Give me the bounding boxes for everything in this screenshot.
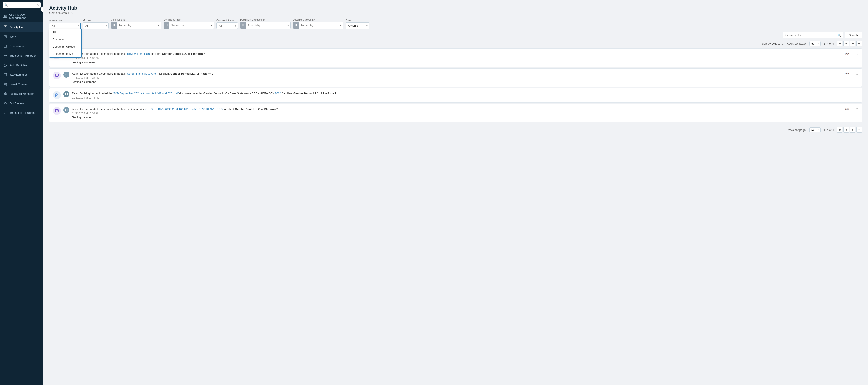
module-filter: Module All (83, 19, 109, 29)
activity-comment: Testing a comment. (72, 80, 842, 84)
dropdown-option-doc-upload[interactable]: Document Upload (50, 43, 82, 50)
svg-point-22 (6, 103, 6, 103)
sidebar-item-smart-connect[interactable]: Smart Connect (0, 79, 43, 89)
resolve-icon[interactable]: ⊙ (856, 52, 858, 56)
activity-body: Adam Ericson added a comment in the task… (72, 71, 842, 84)
sidebar-item-work[interactable]: Work (0, 32, 43, 41)
svg-point-5 (6, 26, 6, 27)
glasses-icon[interactable]: 👓 (845, 107, 849, 111)
sidebar-search-input[interactable]: Gentler Dental LLC (9, 3, 35, 7)
prev-page-button[interactable]: ◀ (843, 41, 849, 46)
comments-to-dropdown-arrow[interactable]: ▾ (156, 24, 161, 27)
avatar: AE (63, 71, 69, 78)
comment-status-select[interactable]: All (216, 23, 238, 29)
sidebar-item-password-manager[interactable]: Password Manager (0, 89, 43, 98)
resolve-icon[interactable]: ⊙ (856, 107, 858, 111)
doc-uploaded-by-filter: Document Uploaded By U ▾ (240, 19, 291, 29)
search-activity-input[interactable] (783, 32, 843, 38)
first-page-button[interactable]: ⏮ (837, 41, 842, 46)
doc-moved-by-user-badge: U (293, 22, 299, 29)
sidebar-item-transaction-insights[interactable]: Transaction Insights (0, 108, 43, 117)
next-page-button[interactable]: ▶ (850, 41, 856, 46)
svg-point-35 (57, 75, 58, 75)
first-page-button-bottom[interactable]: ⏮ (837, 127, 842, 132)
rows-per-page-select[interactable]: 50 25 100 (809, 41, 821, 46)
comments-to-input[interactable] (117, 23, 156, 28)
prev-page-button-bottom[interactable]: ◀ (843, 127, 849, 132)
minimize-icon[interactable]: — (851, 107, 854, 111)
activity-link[interactable]: XERO US INV-5619599 XERO US INV-5619599 … (145, 108, 223, 111)
activity-item: AE Adam Ericson added a comment in the t… (49, 49, 862, 67)
search-button[interactable]: Search (845, 32, 862, 38)
svg-point-4 (5, 26, 6, 27)
activity-actions: 👓 — ⊙ (845, 71, 858, 76)
dropdown-option-all[interactable]: All (50, 29, 82, 36)
next-page-button-bottom[interactable]: ▶ (850, 127, 856, 132)
glasses-icon[interactable]: 👓 (845, 52, 849, 56)
comment-status-label: Comment Status (216, 19, 238, 22)
last-page-button-bottom[interactable]: ⏭ (856, 127, 862, 132)
activity-body: Adam Ericson added a comment in the tran… (72, 107, 842, 119)
page-info-bottom: 1–4 of 4 (824, 128, 834, 131)
comments-from-filter: Comments From U ▾ (164, 19, 214, 29)
doc-uploaded-by-input[interactable] (246, 23, 286, 28)
last-page-button[interactable]: ⏭ (856, 41, 862, 46)
minimize-icon[interactable]: — (851, 72, 854, 75)
pagination-controls-bottom: ⏮ ◀ ▶ ⏭ (837, 127, 862, 132)
svg-rect-20 (4, 102, 6, 104)
sidebar-item-transaction-manager[interactable]: Transaction Manager (0, 51, 43, 60)
activity-link[interactable]: SVB September 2024 - Accounts 8441 and 0… (113, 92, 179, 95)
doc-moved-by-input-wrapper: U ▾ (293, 22, 343, 29)
sort-icon[interactable]: ⇅ (781, 42, 784, 45)
doc-moved-by-label: Document Moved By (293, 19, 343, 21)
password-manager-icon (3, 92, 7, 96)
sidebar-item-label: Transaction Manager (9, 54, 36, 57)
comments-from-user-badge: U (164, 22, 169, 29)
sidebar-search-clear-icon[interactable]: ✕ (36, 3, 39, 7)
sidebar-item-client-user-mgmt[interactable]: Client & User Management (0, 10, 43, 22)
rows-per-page-label: Rows per page: (787, 42, 806, 45)
dropdown-option-doc-move[interactable]: Document Move (50, 50, 82, 57)
rows-per-page-wrapper-bottom: 50 25 100 (809, 127, 821, 132)
dropdown-option-comments[interactable]: Comments (50, 36, 82, 43)
activity-hub-icon (3, 25, 7, 29)
module-select[interactable]: All (83, 23, 109, 29)
svg-point-13 (4, 84, 5, 85)
glasses-icon[interactable]: 👓 (845, 71, 849, 76)
sidebar-item-activity-hub[interactable]: Activity Hub (0, 22, 43, 32)
sidebar-item-bot-review[interactable]: Bot Review (0, 98, 43, 108)
svg-point-39 (56, 110, 56, 111)
svg-point-19 (5, 94, 6, 94)
comments-from-label: Comments From (164, 19, 214, 21)
svg-point-14 (6, 83, 7, 84)
doc-moved-by-dropdown-arrow[interactable]: ▾ (338, 24, 343, 27)
sidebar-item-label: Password Manager (9, 92, 34, 95)
activity-type-filter: Activity Type All Comments Document Uplo… (49, 19, 81, 29)
sidebar-item-auto-bank-rec[interactable]: Auto Bank Rec (0, 60, 43, 70)
folder-year-link[interactable]: 2024 (275, 92, 281, 95)
activity-body: Ryan Faulkingham uploaded the SVB Septem… (72, 91, 856, 99)
minimize-icon[interactable]: — (851, 52, 854, 56)
doc-uploaded-by-dropdown-arrow[interactable]: ▾ (286, 24, 290, 27)
comments-to-input-wrapper: U ▾ (111, 22, 161, 29)
activity-link[interactable]: Send Financials to Client (127, 72, 158, 75)
search-icon: 🔍 (4, 3, 8, 7)
activity-link[interactable]: Review Financials (127, 52, 150, 55)
rows-per-page-select-bottom[interactable]: 50 25 100 (809, 127, 821, 132)
date-label: Date (346, 19, 369, 22)
activity-type-select[interactable]: All Comments Document Upload Document Mo… (49, 23, 81, 29)
activity-document-icon (53, 91, 61, 99)
sidebar-item-je-automation[interactable]: JE Automation (0, 70, 43, 79)
comments-from-dropdown-arrow[interactable]: ▾ (209, 24, 214, 27)
doc-moved-by-input[interactable] (299, 23, 338, 28)
activity-list: AE Adam Ericson added a comment in the t… (49, 49, 862, 123)
activity-type-dropdown-menu: All Comments Document Upload Document Mo… (49, 29, 82, 58)
date-select[interactable]: Anytime Today This Week This Month (346, 23, 369, 29)
sidebar-item-documents[interactable]: Documents (0, 41, 43, 51)
activity-item: AE Adam Ericson added a comment in the t… (49, 104, 862, 122)
sidebar-item-label: Transaction Insights (9, 111, 35, 114)
collapse-icon: ◀ (42, 8, 43, 11)
comments-from-input[interactable] (169, 23, 209, 28)
activity-timestamp: 11/13/2024 at 11:45 AM (72, 96, 856, 99)
resolve-icon[interactable]: ⊙ (856, 71, 858, 76)
